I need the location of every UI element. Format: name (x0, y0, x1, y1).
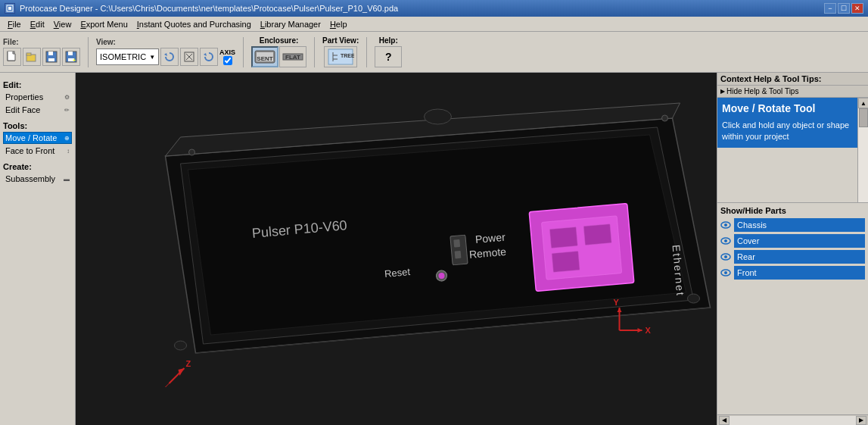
sent-button[interactable]: SENT (251, 46, 278, 67)
sep4 (366, 37, 367, 67)
svg-point-64 (724, 223, 727, 227)
left-panel: Edit: Properties ⚙ Edit Face ✏ Tools: Mo… (0, 73, 76, 425)
axis-checkbox-group: AXIS (219, 48, 235, 65)
help-button[interactable]: ? (375, 46, 402, 67)
svg-point-57 (688, 294, 700, 303)
front-part-button[interactable]: Front (734, 266, 865, 280)
svg-text:TREE: TREE (341, 53, 354, 58)
new-button[interactable] (3, 48, 21, 66)
svg-text:SENT: SENT (257, 55, 272, 62)
saveas-button[interactable]: + (62, 48, 80, 66)
face-to-front-tool[interactable]: Face to Front ↕ (3, 145, 72, 157)
svg-rect-6 (48, 52, 53, 55)
menu-export[interactable]: Export Menu (76, 19, 132, 30)
help-collapse-row[interactable]: ▶ Hide Help & Tool Tips (717, 86, 868, 98)
face-to-front-label: Face to Front (5, 146, 54, 155)
part-row-rear: Rear (720, 250, 865, 264)
tree-button[interactable]: TREE (324, 46, 357, 67)
flat-button[interactable]: FLAT (279, 46, 306, 67)
sep2 (243, 37, 244, 67)
svg-point-54 (189, 149, 195, 155)
svg-rect-45 (552, 251, 580, 272)
svg-marker-16 (204, 53, 207, 56)
rear-part-button[interactable]: Rear (734, 250, 865, 264)
svg-text:FLAT: FLAT (285, 54, 300, 61)
move-rotate-tool[interactable]: Move / Rotate ⊕ (3, 132, 72, 144)
titlebar: Protocase Designer - C:\Users\Chris\Docu… (0, 0, 868, 17)
scroll-thumb[interactable] (859, 108, 868, 127)
part-view-label: Part View: (322, 36, 359, 45)
edit-face-tool[interactable]: Edit Face ✏ (3, 104, 72, 116)
part-row-front: Front (720, 266, 865, 280)
svg-rect-44 (583, 224, 611, 245)
svg-point-56 (175, 341, 187, 350)
svg-rect-4 (26, 53, 31, 55)
help-group: Help: ? (375, 36, 402, 67)
right-panel: Context Help & Tool Tips: ▶ Hide Help & … (717, 73, 868, 425)
axis-checkbox[interactable] (223, 56, 232, 65)
help-label: Help: (379, 36, 398, 45)
cover-label: Cover (737, 236, 759, 245)
file-buttons: + (3, 48, 80, 66)
menu-edit[interactable]: Edit (26, 19, 49, 30)
zoom-extent-button[interactable] (180, 48, 198, 66)
menu-instant-quotes[interactable]: Instant Quotes and Purchasing (132, 19, 256, 30)
scroll-right-arrow[interactable]: ▶ (856, 416, 866, 425)
maximize-button[interactable]: ☐ (838, 3, 850, 14)
enclosure-buttons: SENT FLAT (251, 46, 306, 67)
eye-icon-cover[interactable] (720, 236, 731, 246)
help-tool-title: Move / Rotate Tool (722, 102, 853, 115)
subassembly-icon: ▬ (64, 176, 70, 183)
view-label: View: (96, 38, 116, 46)
app-icon (5, 3, 15, 14)
eye-icon-front[interactable] (720, 267, 731, 278)
titlebar-controls[interactable]: − ☐ ✕ (824, 3, 863, 14)
triangle-icon: ▶ (720, 88, 725, 95)
subassembly-label: Subassembly (5, 174, 55, 183)
part-row-cover: Cover (720, 234, 865, 248)
open-button[interactable] (23, 48, 41, 66)
svg-text:Y: Y (614, 298, 620, 307)
minimize-button[interactable]: − (824, 3, 836, 14)
help-content: Move / Rotate Tool Click and hold any ob… (717, 98, 857, 148)
edit-face-label: Edit Face (5, 105, 40, 114)
right-panel-scrollbar[interactable]: ◀ ▶ (717, 414, 868, 425)
svg-rect-1 (8, 7, 11, 10)
save-button[interactable] (42, 48, 61, 66)
svg-point-70 (724, 271, 727, 274)
svg-rect-37 (455, 251, 462, 259)
sep3 (314, 37, 315, 67)
show-hide-parts: Show/Hide Parts Chassis Cover (717, 203, 868, 285)
eye-icon-chassis[interactable] (720, 220, 731, 230)
menu-help[interactable]: Help (325, 19, 352, 30)
tools-section-header: Tools: (3, 121, 72, 130)
eye-icon-rear[interactable] (720, 252, 731, 262)
chassis-part-button[interactable]: Chassis (734, 218, 865, 232)
svg-text:X: X (646, 326, 652, 335)
properties-tool[interactable]: Properties ⚙ (3, 91, 72, 103)
view-buttons: ISOMETRIC ▼ AXIS (96, 48, 235, 66)
view-dropdown[interactable]: ISOMETRIC ▼ (96, 48, 159, 65)
close-button[interactable]: ✕ (851, 3, 863, 14)
refresh2-button[interactable] (200, 48, 218, 66)
part-row-chassis: Chassis (720, 218, 865, 232)
help-scrollbar[interactable]: ▲ ▼ (857, 98, 868, 203)
svg-text:Z: Z (186, 359, 191, 368)
svg-point-55 (662, 115, 668, 121)
rear-label: Rear (737, 252, 755, 261)
refresh-button[interactable] (160, 48, 179, 66)
scroll-up-arrow[interactable]: ▲ (858, 98, 868, 108)
scroll-left-arrow[interactable]: ◀ (719, 416, 730, 425)
menu-view[interactable]: View (49, 19, 76, 30)
menu-library[interactable]: Library Manager (256, 19, 325, 30)
scroll-track[interactable] (858, 108, 868, 203)
menu-file[interactable]: File (3, 19, 26, 30)
cover-part-button[interactable]: Cover (734, 234, 865, 248)
h-scroll-track[interactable] (730, 416, 856, 425)
hide-help-label[interactable]: Hide Help & Tool Tips (726, 87, 798, 95)
view-group: View: ISOMETRIC ▼ AXIS (96, 38, 235, 66)
view-selected: ISOMETRIC (100, 52, 146, 61)
subassembly-tool[interactable]: Subassembly ▬ (3, 173, 72, 185)
viewport[interactable]: Power Remote Reset Ethernet (76, 73, 717, 425)
show-hide-label: Show/Hide Parts (720, 206, 865, 215)
